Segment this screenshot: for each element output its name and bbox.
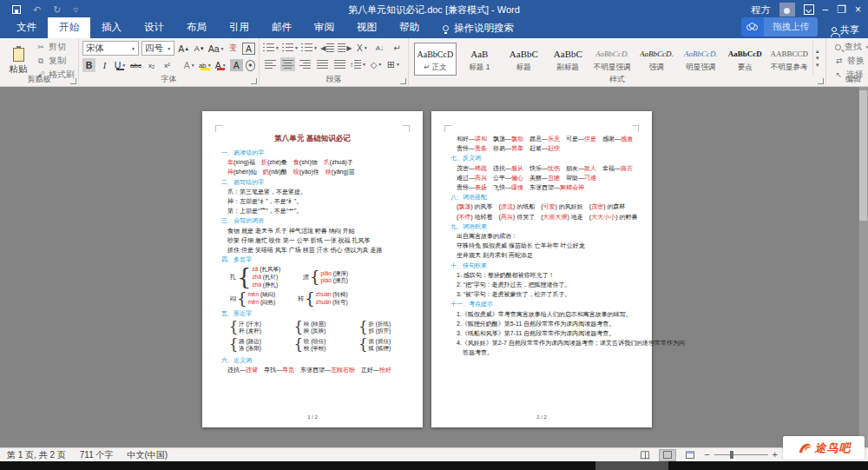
change-case-button[interactable]: Aa▼ bbox=[208, 42, 224, 56]
tab-review[interactable]: 审阅 bbox=[303, 17, 345, 38]
underline-button[interactable]: U▼ bbox=[114, 58, 127, 72]
tab-layout[interactable]: 布局 bbox=[175, 17, 218, 38]
tab-insert[interactable]: 插入 bbox=[90, 17, 133, 38]
font-dialog-launcher[interactable] bbox=[251, 78, 257, 84]
italic-button[interactable]: I bbox=[98, 58, 111, 72]
close-button[interactable]: × bbox=[855, 4, 861, 15]
cut-button[interactable]: ✂剪切 bbox=[36, 41, 75, 53]
text-run: 神：左部是“礻”，不是“衤”。 bbox=[227, 198, 302, 204]
web-layout-button[interactable] bbox=[681, 449, 699, 461]
replace-button[interactable]: ⇄替换 bbox=[835, 55, 868, 67]
strikethrough-button[interactable]: abc bbox=[129, 58, 142, 72]
enclose-characters-button[interactable]: ✶ bbox=[246, 60, 255, 71]
zoom-slider[interactable] bbox=[714, 454, 768, 455]
print-layout-button[interactable] bbox=[659, 449, 676, 461]
word-text: (闷热) bbox=[260, 299, 275, 305]
styles-gallery-scroll[interactable]: ▲ ▼ ▼ bbox=[812, 41, 822, 76]
tab-home[interactable]: 开始 bbox=[48, 17, 90, 38]
user-avatar[interactable] bbox=[779, 3, 795, 17]
vertical-scrollbar[interactable] bbox=[858, 87, 868, 447]
show-hide-marks-button[interactable]: ↵ bbox=[390, 41, 404, 55]
save-icon[interactable] bbox=[12, 5, 21, 14]
phonetic-guide-button[interactable]: 变 bbox=[227, 42, 240, 56]
align-center-button[interactable] bbox=[280, 57, 295, 71]
user-name[interactable]: 程方 bbox=[752, 3, 771, 17]
tab-mailings[interactable]: 邮件 bbox=[260, 17, 303, 38]
increase-indent-button[interactable]: ▶ bbox=[338, 41, 352, 55]
document-page-1[interactable]: 第八单元 基础知识必记一、易读错的字幸(xìng)福 折(zhé)叠 食(shí… bbox=[202, 111, 423, 427]
similar-chars-entry: 汗 (汗水) bbox=[239, 321, 261, 328]
redo-icon[interactable]: ↻ bbox=[53, 4, 61, 16]
language-indicator[interactable]: 中文(中国) bbox=[128, 449, 168, 461]
tab-design[interactable]: 设计 bbox=[133, 17, 175, 38]
superscript-button[interactable]: x² bbox=[161, 58, 174, 72]
subscript-button[interactable]: x₂ bbox=[145, 58, 158, 72]
character-border-button[interactable]: A bbox=[242, 43, 255, 55]
read-mode-button[interactable] bbox=[636, 449, 654, 461]
style-sample: AaBbCcD. bbox=[684, 45, 718, 63]
tab-view[interactable]: 视图 bbox=[345, 17, 388, 38]
text-effects-button[interactable]: A▼ bbox=[183, 58, 196, 72]
clipboard-dialog-launcher[interactable] bbox=[70, 78, 76, 84]
scrollbar-thumb[interactable] bbox=[859, 90, 867, 221]
gallery-expand-icon[interactable]: ▼ bbox=[815, 63, 820, 68]
shrink-font-button[interactable]: A▼ bbox=[193, 42, 206, 56]
align-right-button[interactable] bbox=[298, 57, 312, 71]
tab-help[interactable]: 帮助 bbox=[388, 17, 431, 38]
style-card-em[interactable]: AaBbCcD.强调 bbox=[635, 43, 678, 76]
bold-button[interactable]: B bbox=[82, 58, 95, 72]
doc-section-heading: 八、词语搭配 bbox=[450, 192, 633, 202]
asian-layout-button[interactable]: X▼ bbox=[355, 41, 370, 55]
zoom-slider-thumb[interactable] bbox=[730, 451, 733, 459]
decrease-indent-button[interactable]: ◀ bbox=[320, 41, 335, 55]
align-left-button[interactable] bbox=[263, 57, 278, 71]
customize-qat-icon[interactable]: ▿ bbox=[73, 4, 78, 16]
style-card-subtle-ref[interactable]: AABBCCD不明显参考 bbox=[768, 43, 811, 76]
character-shading-button[interactable]: A bbox=[230, 59, 243, 71]
grow-font-button[interactable]: A▲ bbox=[177, 42, 190, 56]
document-page-2[interactable]: 和好—讲和 飘荡—飘动 愿意—乐意 可是—但是 感谢—感激责怪—责备 容易—简单… bbox=[431, 111, 652, 427]
zoom-in-icon[interactable]: + bbox=[773, 450, 778, 460]
font-size-combo[interactable]: 四号▼ bbox=[141, 41, 174, 56]
borders-button[interactable]: ⊞▼ bbox=[386, 57, 401, 71]
word-count[interactable]: 711 个字 bbox=[80, 449, 114, 461]
styles-dialog-launcher[interactable] bbox=[818, 78, 824, 84]
line-spacing-button[interactable]: ↕▼ bbox=[350, 57, 366, 71]
highlight-color-button[interactable]: ab▼ bbox=[199, 58, 212, 72]
tell-me-search[interactable]: 操作说明搜索 bbox=[443, 22, 514, 38]
style-card-heading1[interactable]: AaB标题 1 bbox=[458, 43, 501, 76]
find-button[interactable]: 查找▼ bbox=[835, 41, 868, 53]
scroll-up-icon[interactable]: ▲ bbox=[815, 49, 820, 54]
copy-button[interactable]: ⧉复制 bbox=[36, 55, 75, 67]
undo-icon[interactable]: ↶ bbox=[33, 4, 41, 16]
title-bar: ↶ ↻ ▿ 第八单元知识必记.doc [兼容模式] - Word 程方 – ❐ … bbox=[0, 0, 868, 19]
multilevel-list-button[interactable]: ▼ bbox=[301, 41, 318, 55]
drag-upload-button[interactable]: 拖拽上传 bbox=[741, 17, 818, 36]
style-card-intense-em[interactable]: AaBbCcD.明显强调 bbox=[680, 43, 722, 76]
text-run: (zhé)叠 bbox=[267, 159, 293, 165]
bullet-list-button[interactable]: ▼ bbox=[263, 41, 279, 55]
shading-button[interactable]: ◇▼ bbox=[369, 57, 384, 71]
distribute-button[interactable] bbox=[332, 57, 347, 71]
tab-references[interactable]: 引用 bbox=[218, 17, 260, 38]
doc-line: 第：上部是“⺮”，不是“艹”。 bbox=[221, 206, 404, 215]
justify-button[interactable] bbox=[315, 57, 330, 71]
font-color-button[interactable]: A▼ bbox=[214, 58, 227, 72]
style-card-subtitle[interactable]: AaBbC副标题 bbox=[547, 43, 589, 76]
minimize-button[interactable]: – bbox=[823, 4, 829, 15]
maximize-button[interactable]: ❐ bbox=[837, 4, 846, 15]
zoom-out-icon[interactable]: − bbox=[704, 450, 709, 460]
style-card-subtle-em[interactable]: AaBbCcD.不明显强调 bbox=[591, 43, 634, 76]
ribbon-display-options-icon[interactable] bbox=[804, 4, 814, 15]
share-button[interactable]: 共享 bbox=[832, 23, 859, 36]
page-indicator[interactable]: 第 1 页, 共 2 页 bbox=[7, 449, 66, 461]
style-card-heading[interactable]: AaBbC标题 bbox=[503, 43, 545, 76]
tab-file[interactable]: 文件 bbox=[5, 17, 48, 38]
numbered-list-button[interactable]: ▼ bbox=[282, 41, 299, 55]
font-name-combo[interactable]: 宋体▼ bbox=[82, 41, 139, 56]
style-card-strong[interactable]: AaBbCcD要点 bbox=[724, 43, 766, 76]
paragraph-dialog-launcher[interactable] bbox=[400, 78, 406, 84]
scroll-down-icon[interactable]: ▼ bbox=[815, 56, 820, 61]
style-card-normal[interactable]: AaBbCcD↵ 正文 bbox=[414, 43, 457, 76]
sort-button[interactable]: A↓ bbox=[372, 41, 387, 55]
